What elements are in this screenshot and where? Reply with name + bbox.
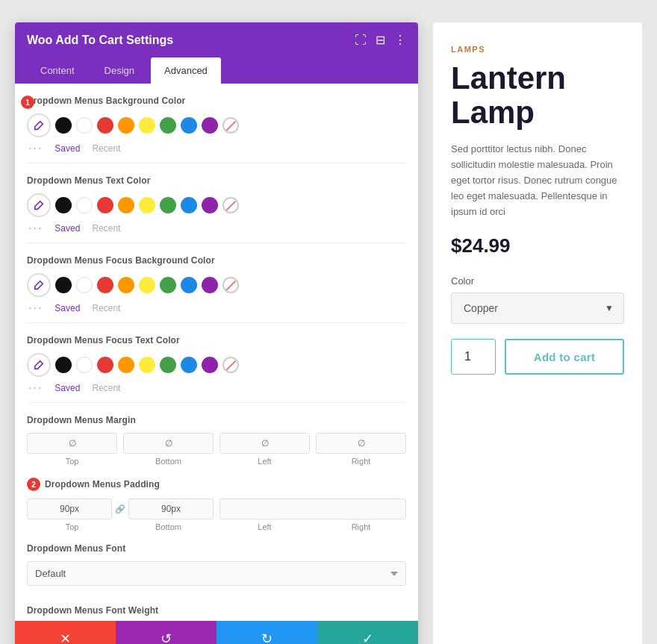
margin-left[interactable] (219, 433, 310, 454)
undo-button[interactable]: ↺ (116, 621, 217, 644)
swatch-none-1[interactable] (222, 117, 239, 134)
color-recent-3[interactable]: Recent (92, 303, 120, 313)
swatch-blue-3[interactable] (181, 277, 197, 293)
badge-1: 1 (21, 96, 34, 109)
color-saved-2[interactable]: Saved (55, 223, 80, 234)
swatch-orange-4[interactable] (118, 357, 134, 373)
tab-content[interactable]: Content (27, 57, 88, 84)
padding-bottom[interactable] (128, 498, 214, 519)
color-recent-1[interactable]: Recent (92, 143, 120, 154)
color-recent-4[interactable]: Recent (92, 383, 120, 393)
swatch-yellow-4[interactable] (139, 357, 155, 373)
swatch-white-1[interactable] (76, 117, 93, 134)
product-color-select[interactable]: Copper Silver Gold (451, 293, 624, 324)
color-dots-2[interactable]: ··· (28, 222, 43, 235)
padding-labels: Top Bottom Left Right (27, 522, 406, 531)
columns-icon[interactable]: ⊟ (376, 33, 385, 47)
swatch-black-3[interactable] (55, 277, 72, 293)
redo-button[interactable]: ↻ (217, 621, 317, 644)
swatch-purple-2[interactable] (202, 197, 218, 213)
swatch-green-3[interactable] (160, 277, 176, 293)
badge-2: 2 (27, 478, 40, 491)
focus-text-row (27, 353, 406, 377)
swatch-green-2[interactable] (160, 197, 176, 213)
text-color-picker[interactable] (27, 193, 51, 217)
swatch-orange-3[interactable] (118, 277, 134, 293)
swatch-black-2[interactable] (55, 197, 72, 213)
product-description: Sed porttitor lectus nibh. Donec sollici… (451, 142, 624, 219)
font-select[interactable]: Default Arial Georgia (27, 561, 406, 586)
swatch-white-2[interactable] (76, 197, 93, 213)
bg-color-picker[interactable] (27, 113, 51, 137)
page-wrapper: Woo Add To Cart Settings ⛶ ⊟ ⋮ Content D… (15, 22, 642, 644)
swatch-purple-1[interactable] (202, 117, 218, 134)
panel-toolbar: ✕ ↺ ↻ ✓ (15, 621, 418, 644)
product-color-select-wrap: Copper Silver Gold ▼ (451, 293, 624, 324)
swatch-green-1[interactable] (160, 117, 176, 134)
swatch-blue-1[interactable] (181, 117, 197, 134)
padding-left-label: Left (219, 522, 310, 531)
cancel-button[interactable]: ✕ (15, 621, 116, 644)
tab-advanced[interactable]: Advanced (151, 57, 221, 84)
tab-design[interactable]: Design (91, 57, 148, 84)
color-saved-1[interactable]: Saved (55, 143, 80, 154)
margin-top-label: Top (27, 457, 117, 466)
color-dots-4[interactable]: ··· (28, 381, 43, 395)
font-label: Dropdown Menus Font (27, 543, 406, 554)
more-icon[interactable]: ⋮ (394, 33, 406, 47)
focus-text-picker[interactable] (27, 353, 51, 377)
color-dots-1[interactable]: ··· (28, 142, 43, 155)
swatch-none-3[interactable] (222, 277, 239, 293)
margin-bottom[interactable] (123, 433, 214, 454)
panel-header: Woo Add To Cart Settings ⛶ ⊟ ⋮ (15, 22, 418, 57)
focus-bg-row (27, 273, 406, 297)
swatch-yellow-1[interactable] (139, 117, 155, 134)
bg-color-row: 1 (27, 113, 406, 137)
swatch-red-4[interactable] (97, 357, 113, 373)
panel-header-icons: ⛶ ⊟ ⋮ (355, 33, 406, 47)
padding-inputs-row1: 🔗 (27, 498, 406, 519)
padding-right-placeholder[interactable] (219, 498, 406, 519)
color-saved-4[interactable]: Saved (55, 383, 80, 393)
fullscreen-icon[interactable]: ⛶ (355, 34, 367, 47)
divider-4 (27, 402, 406, 403)
swatch-yellow-2[interactable] (139, 197, 155, 213)
swatch-red-2[interactable] (97, 197, 113, 213)
divider-3 (27, 322, 406, 323)
swatch-yellow-3[interactable] (139, 277, 155, 293)
swatch-black-4[interactable] (55, 357, 72, 373)
save-button[interactable]: ✓ (317, 621, 418, 644)
link-icon-padding: 🔗 (115, 504, 125, 514)
swatch-red-1[interactable] (97, 117, 113, 134)
color-dots-3[interactable]: ··· (28, 301, 43, 315)
quantity-input[interactable] (451, 339, 496, 375)
margin-left-label: Left (219, 457, 310, 466)
padding-label: Dropdown Menus Padding (45, 479, 160, 490)
margin-top[interactable] (27, 433, 117, 454)
swatch-black-1[interactable] (55, 117, 72, 134)
swatch-none-2[interactable] (222, 197, 239, 213)
add-to-cart-button[interactable]: Add to cart (505, 339, 624, 375)
divider-1 (27, 163, 406, 163)
swatch-green-4[interactable] (160, 357, 176, 373)
color-saved-3[interactable]: Saved (55, 303, 80, 313)
swatch-purple-4[interactable] (202, 357, 218, 373)
swatch-orange-2[interactable] (118, 197, 134, 213)
padding-top[interactable] (27, 498, 112, 519)
swatch-blue-4[interactable] (181, 357, 197, 373)
swatch-purple-3[interactable] (202, 277, 218, 293)
margin-label: Dropdown Menus Margin (27, 415, 406, 425)
padding-bottom-label: Bottom (123, 522, 214, 531)
badge-wrap-1: 1 (27, 113, 51, 137)
focus-bg-picker[interactable] (27, 273, 51, 297)
padding-right-label: Right (316, 522, 406, 531)
swatch-orange-1[interactable] (118, 117, 134, 134)
swatch-none-4[interactable] (222, 357, 239, 373)
color-recent-2[interactable]: Recent (92, 223, 120, 234)
focus-bg-meta: ··· Saved Recent (27, 301, 406, 315)
swatch-red-3[interactable] (97, 277, 113, 293)
swatch-blue-2[interactable] (181, 197, 197, 213)
swatch-white-3[interactable] (76, 277, 93, 293)
margin-right[interactable] (316, 433, 406, 454)
swatch-white-4[interactable] (76, 357, 93, 373)
